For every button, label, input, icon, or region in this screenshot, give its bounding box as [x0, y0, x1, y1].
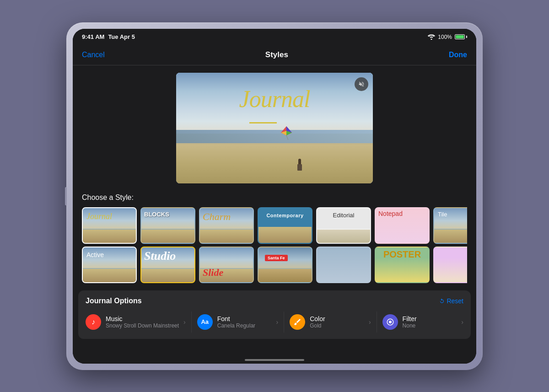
style-editorial-label: Editorial [317, 212, 370, 219]
svg-point-6 [389, 321, 392, 323]
wifi-icon [428, 34, 435, 40]
color-value: Gold [310, 322, 364, 329]
music-chevron: › [183, 318, 186, 326]
style-section-label: Choose a Style: [82, 193, 467, 202]
filter-icon [386, 318, 394, 326]
styles-row-2: Active → Studio Sl [82, 247, 467, 283]
ipad-screen: 9:41 AM Tue Apr 5 100% [73, 29, 476, 364]
option-color[interactable]: Color Gold › [290, 311, 377, 333]
preview-title: Journal [176, 86, 373, 113]
options-header: Journal Options Reset [86, 297, 463, 305]
style-studio-label: Studio [144, 249, 176, 263]
filter-chevron: › [461, 318, 463, 326]
music-icon-circle: ♪ [86, 314, 101, 330]
preview-section: Journal [73, 65, 476, 188]
style-item-santafe[interactable]: Santa Fe [258, 247, 312, 283]
battery-percent: 100% [438, 34, 452, 40]
font-icon-circle: Aa [197, 314, 213, 330]
color-chevron: › [369, 318, 371, 326]
style-item-tile[interactable]: Tile [433, 207, 467, 244]
color-icon [293, 318, 301, 326]
style-section: Choose a Style: Journal [73, 188, 476, 286]
date-display: Tue Apr 5 [108, 33, 135, 40]
kite-decoration [279, 125, 294, 140]
status-bar: 9:41 AM Tue Apr 5 100% [73, 29, 476, 45]
main-area: Journal Choose a Style: [73, 65, 476, 364]
option-music[interactable]: ♪ Music Snowy Stroll Down Mainstreet › [86, 311, 192, 333]
style-charm-label: Charm [203, 211, 231, 223]
style-item-slide[interactable]: Slide [199, 247, 254, 283]
preview-beach [176, 145, 373, 183]
style-item-journal[interactable]: Journal [82, 207, 137, 244]
font-label: Font [217, 315, 272, 322]
style-slide-label: Slide [203, 267, 223, 279]
journal-options-section: Journal Options Reset ♪ [78, 290, 471, 339]
battery-icon [455, 34, 467, 39]
style-item-poster[interactable]: POSTER [375, 247, 430, 283]
style-item-contemporary[interactable]: Contemporary [258, 207, 312, 244]
filter-label: Filter [403, 315, 457, 322]
style-tile-label: Tile [438, 211, 447, 218]
style-contemporary-label: Contemporary [258, 213, 312, 218]
preview-container: Journal [176, 73, 373, 183]
side-button [65, 187, 67, 205]
color-icon-circle [290, 314, 305, 330]
style-item-blocks[interactable]: Blocks [140, 207, 195, 244]
font-value: Canela Regular [217, 322, 272, 329]
font-icon: Aa [201, 318, 209, 325]
preview-sea [176, 130, 373, 143]
option-color-text: Color Gold [310, 315, 364, 329]
status-right: 100% [428, 34, 467, 40]
style-poster-label: POSTER [376, 249, 429, 260]
filter-icon-circle [382, 314, 398, 330]
style-item-studio[interactable]: Studio [140, 247, 195, 283]
option-filter-text: Filter None [403, 315, 457, 329]
style-active-arrow: → [87, 259, 92, 265]
reset-button[interactable]: Reset [439, 297, 463, 305]
music-label: Music [106, 315, 179, 322]
options-title: Journal Options [86, 297, 142, 305]
home-bar [245, 359, 304, 361]
style-santafe-badge: Santa Fe [265, 255, 288, 261]
font-chevron: › [276, 318, 278, 326]
option-font[interactable]: Aa Font Canela Regular › [197, 311, 284, 333]
mute-button[interactable] [355, 77, 368, 91]
style-active-label: Active [86, 251, 104, 258]
nav-title: Styles [265, 50, 288, 59]
style-item-sticker[interactable] [433, 247, 467, 283]
options-row: ♪ Music Snowy Stroll Down Mainstreet › [86, 311, 463, 333]
option-music-text: Music Snowy Stroll Down Mainstreet [106, 315, 179, 329]
reset-label: Reset [447, 297, 463, 305]
nav-bar: Cancel Styles Done [73, 45, 476, 65]
style-item-notepad[interactable]: Notepad [375, 207, 430, 244]
music-value: Snowy Stroll Down Mainstreet [106, 322, 179, 329]
cancel-button[interactable]: Cancel [82, 51, 105, 59]
status-left: 9:41 AM Tue Apr 5 [82, 33, 135, 40]
style-item-mini[interactable] [316, 247, 371, 283]
style-blocks-label: Blocks [144, 211, 169, 218]
preview-background: Journal [176, 73, 373, 183]
color-label: Color [310, 315, 364, 322]
reset-icon [439, 298, 445, 304]
filter-value: None [403, 322, 457, 329]
screen-content: Cancel Styles Done [73, 45, 476, 364]
mute-icon [358, 81, 365, 87]
style-notepad-label: Notepad [378, 210, 403, 217]
option-filter[interactable]: Filter None › [382, 311, 463, 333]
style-journal-label: Journal [86, 212, 112, 221]
preview-line [249, 122, 277, 124]
done-button[interactable]: Done [449, 51, 467, 59]
svg-line-4 [286, 135, 288, 140]
beach-figure [297, 159, 302, 171]
style-item-editorial[interactable]: Editorial [316, 207, 371, 244]
ipad-device: 9:41 AM Tue Apr 5 100% [66, 22, 483, 370]
styles-row-1: Journal Blocks Charm [82, 207, 467, 244]
option-font-text: Font Canela Regular [217, 315, 272, 329]
music-icon: ♪ [92, 318, 95, 326]
style-item-charm[interactable]: Charm [199, 207, 254, 244]
time-display: 9:41 AM [82, 33, 104, 40]
style-item-active[interactable]: Active → [82, 247, 137, 283]
